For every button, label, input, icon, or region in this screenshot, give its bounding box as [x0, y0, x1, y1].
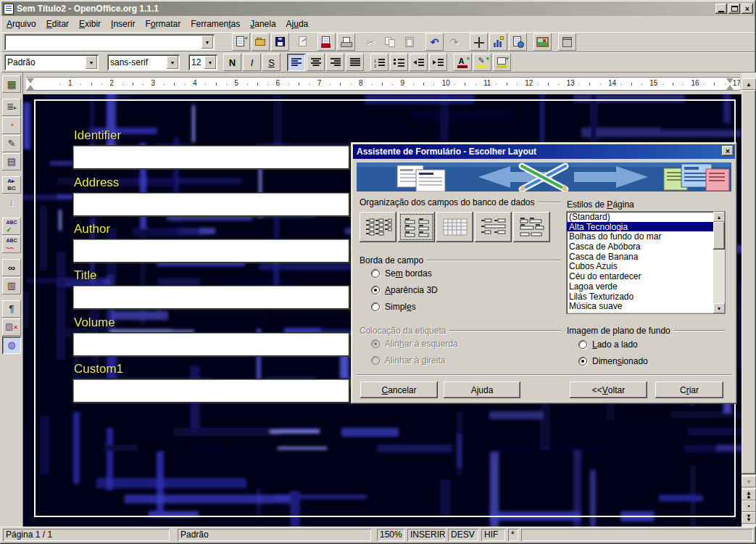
menu-editar[interactable]: Editar — [41, 17, 74, 31]
url-dropdown-icon[interactable]: ▼ — [202, 36, 213, 49]
nonprinting-characters-button[interactable]: ¶ — [2, 300, 21, 318]
radio-3d-look[interactable]: Aparência 3D — [371, 285, 438, 295]
status-hyphenation[interactable]: HIF — [481, 529, 505, 541]
italic-button[interactable]: I — [243, 54, 261, 71]
gallery-button[interactable] — [533, 33, 552, 51]
menu-ferramentas[interactable]: Ferramentas — [186, 17, 245, 31]
insert-fields-button[interactable]: ≣▸ — [2, 99, 21, 116]
insert-object-button[interactable]: ◔ — [2, 117, 21, 134]
print-button[interactable] — [337, 33, 355, 51]
list-item[interactable]: Casca de Abóbora — [567, 242, 713, 252]
font-size-combobox[interactable]: 12 ▼ — [188, 54, 217, 70]
underline-button[interactable]: S — [262, 54, 281, 71]
next-page-button[interactable]: ▼▼ — [742, 512, 756, 524]
data-sources-button[interactable] — [558, 33, 576, 51]
list-item[interactable]: Lagoa verde — [567, 281, 713, 292]
page-styles-listbox[interactable]: (Standard) Alta Tecnologia Bolhas do fun… — [567, 212, 725, 313]
list-scroll-up-button[interactable]: ▲ — [713, 212, 725, 222]
list-item[interactable]: Céu do entardecer — [567, 271, 713, 281]
radio-flat[interactable]: Simples — [371, 302, 416, 312]
stylist-button[interactable] — [489, 33, 507, 51]
online-layout-button[interactable]: ◍ — [2, 337, 21, 354]
scroll-thumb[interactable] — [742, 90, 756, 474]
data-sources-toggle-button[interactable]: ▥ — [2, 277, 21, 294]
menu-inserir[interactable]: Inserir — [106, 17, 140, 31]
layout-blocks-labels-above-button[interactable] — [513, 212, 550, 242]
help-button[interactable]: Ajuda — [444, 382, 520, 398]
address-input[interactable] — [72, 192, 349, 216]
increase-indent-button[interactable] — [429, 54, 447, 71]
menu-exibir[interactable]: Exibir — [74, 17, 106, 31]
graphics-on-off-button[interactable]: ▧✕ — [2, 318, 21, 336]
align-right-button[interactable] — [326, 54, 344, 71]
scroll-down-button[interactable]: ▼ — [742, 476, 756, 487]
redo-button[interactable]: ↷ — [445, 33, 463, 51]
volume-input[interactable] — [72, 332, 349, 356]
author-input[interactable] — [72, 239, 349, 263]
ruler[interactable]: 1234567891011121314151617 — [26, 77, 740, 91]
copy-button[interactable] — [381, 33, 399, 51]
status-insert-mode[interactable]: INSERIR — [407, 529, 445, 541]
autotext-button[interactable]: A▸BC — [2, 176, 21, 194]
style-dropdown-icon[interactable]: ▼ — [86, 56, 97, 69]
maximize-button[interactable] — [728, 4, 740, 14]
hyperlink-button[interactable] — [509, 33, 527, 51]
navigator-button[interactable] — [470, 33, 488, 51]
edit-file-button[interactable] — [294, 33, 312, 51]
layout-blocks-labels-left-button[interactable] — [475, 212, 512, 242]
layout-as-data-sheet-button[interactable] — [436, 212, 473, 242]
font-color-button[interactable]: A ▾ — [454, 54, 472, 71]
bullet-list-button[interactable] — [390, 54, 408, 71]
minimize-button[interactable] — [715, 4, 727, 14]
radio-tiled[interactable]: Lado a lado — [578, 339, 638, 350]
paragraph-style-combobox[interactable]: Padrão ▼ — [4, 54, 99, 70]
status-zoom[interactable]: 150% — [377, 529, 404, 541]
draw-functions-button[interactable]: ✎ — [2, 135, 21, 152]
align-left-button[interactable] — [287, 54, 305, 71]
close-button[interactable]: × — [742, 4, 753, 14]
scroll-up-button[interactable]: ▲ — [742, 78, 756, 90]
list-item[interactable]: Música suave — [567, 301, 713, 311]
layout-columnar-labels-on-top-button[interactable] — [398, 212, 435, 242]
radio-scaled[interactable]: Dimensionado — [578, 356, 648, 366]
align-center-button[interactable] — [307, 54, 325, 71]
list-scroll-thumb[interactable] — [713, 222, 725, 250]
list-item[interactable]: Cubos Azuis — [567, 261, 713, 271]
list-item-selected[interactable]: Alta Tecnologia — [567, 222, 713, 232]
menu-ajuda[interactable]: Ajuda — [281, 17, 314, 31]
paste-button[interactable] — [401, 33, 419, 51]
size-dropdown-icon[interactable]: ▼ — [204, 56, 216, 69]
menu-janela[interactable]: Janela — [245, 17, 281, 31]
font-name-combobox[interactable]: sans-serif ▼ — [107, 54, 180, 70]
undo-button[interactable]: ↶ — [425, 33, 444, 51]
vertical-scrollbar[interactable]: ▲ ▼ ▲▲ • ▼▼ — [742, 73, 756, 527]
list-item[interactable]: Lilás Texturizado — [567, 292, 713, 302]
decrease-indent-button[interactable] — [410, 54, 428, 71]
save-button[interactable] — [271, 33, 289, 51]
radio-no-borders[interactable]: Sem bordas — [371, 268, 432, 279]
new-document-button[interactable]: ▾ — [232, 33, 250, 51]
paragraph-background-button[interactable]: ▾ — [493, 54, 511, 71]
menu-formatar[interactable]: Formatar — [140, 17, 186, 31]
list-item[interactable]: Bolhas do fundo do mar — [567, 231, 713, 242]
navigation-button[interactable]: • — [742, 500, 756, 512]
custom1-input[interactable] — [72, 379, 349, 403]
cut-button[interactable]: ✂ — [362, 33, 380, 51]
dialog-title-bar[interactable]: Assistente de Formulário - Escolher Layo… — [353, 144, 735, 159]
insert-table-button[interactable]: ▦ — [2, 75, 21, 93]
bold-button[interactable]: N — [223, 54, 241, 71]
list-item[interactable]: (Standard) — [567, 212, 713, 222]
spellcheck-button[interactable]: ABC✓ — [2, 218, 21, 235]
title-input[interactable] — [72, 285, 349, 309]
layout-columnar-labels-left-button[interactable] — [360, 212, 396, 242]
status-selection-mode[interactable]: DESV — [448, 529, 478, 541]
highlighting-button[interactable]: ✎ ▾ — [473, 54, 491, 71]
font-dropdown-icon[interactable]: ▼ — [167, 56, 178, 69]
list-item[interactable]: Casca de Banana — [567, 252, 713, 262]
form-functions-button[interactable]: ▤ — [2, 153, 21, 170]
previous-page-button[interactable]: ▲▲ — [742, 489, 756, 500]
find-replace-button[interactable]: ∞ — [2, 259, 21, 276]
list-scroll-down-button[interactable]: ▼ — [713, 303, 725, 313]
create-button[interactable]: Criar — [655, 382, 723, 398]
export-pdf-button[interactable] — [317, 33, 336, 51]
